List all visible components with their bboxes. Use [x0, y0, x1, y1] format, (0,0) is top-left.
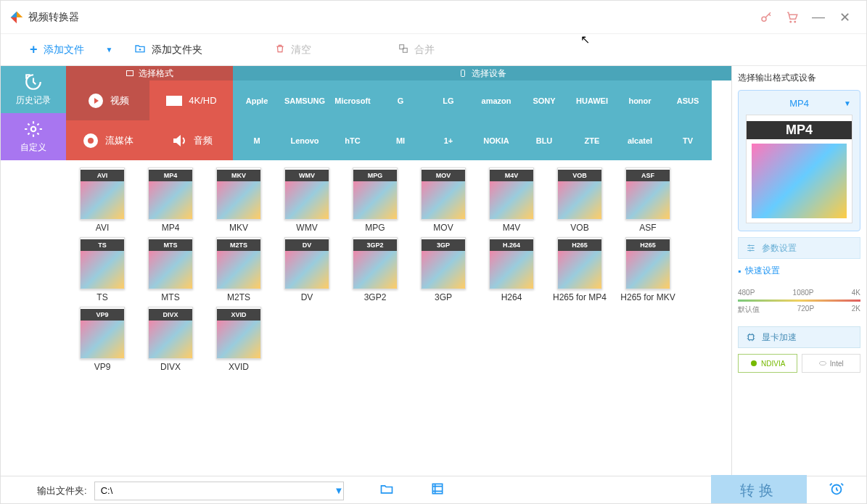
brand-blu[interactable]: BLU [520, 120, 568, 160]
brand-htc[interactable]: hTC [329, 120, 377, 160]
brand-amazon[interactable]: amazon [472, 80, 520, 120]
brand-nokia[interactable]: NOKIA [472, 120, 520, 160]
open-folder-button[interactable] [379, 482, 394, 500]
convert-button[interactable]: 转换 [711, 475, 807, 504]
format-vob[interactable]: VOBVOB [548, 168, 612, 233]
format-h265-for-mp4[interactable]: H265H265 for MP4 [548, 237, 612, 302]
format-name: H264 [501, 292, 522, 302]
res-2k: 2K [852, 305, 860, 315]
format-name: M2TS [227, 292, 250, 302]
format-name: DIVX [160, 362, 181, 372]
output-preview[interactable]: MP4 ▼ MP4 [738, 90, 860, 231]
format-mov[interactable]: MOVMOV [411, 168, 475, 233]
brand-mi[interactable]: MI [377, 120, 424, 160]
close-button[interactable]: ✕ [831, 4, 858, 30]
sidebar: 历史记录 自定义 [1, 66, 66, 476]
tab-format[interactable]: 选择格式 [66, 66, 233, 80]
format-m2ts[interactable]: M2TSM2TS [207, 237, 271, 302]
brand-sony[interactable]: SONY [520, 80, 568, 120]
svg-text:4k: 4k [170, 99, 176, 105]
add-file-button[interactable]: + 添加文件 [30, 42, 84, 57]
trash-icon [275, 44, 285, 56]
minimize-button[interactable]: — [805, 4, 831, 30]
format-divx[interactable]: DIVXDIVX [139, 307, 202, 372]
add-file-dropdown[interactable]: ▼ [106, 46, 113, 54]
merge-icon [398, 44, 408, 56]
cat-audio[interactable]: 音频 [149, 120, 233, 160]
brand-label: TV [683, 136, 693, 145]
format-name: MTS [161, 292, 179, 302]
resolution-scale[interactable]: 480P 1080P 4K 默认值 720P 2K [738, 283, 860, 321]
cat-video[interactable]: 视频 [66, 80, 149, 120]
intel-icon [818, 359, 827, 368]
format-dv[interactable]: DVDV [275, 237, 339, 302]
format-h265-for-mkv[interactable]: H265H265 for MKV [616, 237, 680, 302]
cart-button[interactable] [779, 4, 805, 30]
res-720p: 720P [797, 305, 814, 315]
format-vp9[interactable]: VP9VP9 [70, 307, 134, 372]
film-button[interactable] [430, 482, 445, 500]
brand-asus[interactable]: ASUS [664, 80, 712, 120]
format-mts[interactable]: MTSMTS [139, 237, 202, 302]
format-m4v[interactable]: M4VM4V [480, 168, 543, 233]
gpu-nvidia[interactable]: NDIVIA [738, 354, 797, 373]
brand-lenovo[interactable]: Lenovo [281, 120, 329, 160]
format-icon: MP4 [148, 168, 193, 220]
format-icon: ASF [625, 168, 670, 220]
brand-alcatel[interactable]: alcatel [616, 120, 664, 160]
brand-label: ASUS [677, 96, 699, 105]
gpu-intel[interactable]: Intel [802, 354, 861, 373]
format-3gp[interactable]: 3GP3GP [411, 237, 475, 302]
brand-m[interactable]: M [233, 120, 281, 160]
output-folder-label: 输出文件夹: [37, 484, 87, 497]
params-button[interactable]: 参数设置 [738, 237, 860, 259]
gpu-accel-button[interactable]: 显卡加速 [738, 326, 860, 348]
output-folder-dropdown[interactable]: ▼ [334, 485, 343, 496]
format-name: H265 for MKV [620, 292, 675, 302]
brand-honor[interactable]: honor [616, 80, 664, 120]
format-avi[interactable]: AVIAVI [70, 168, 134, 233]
brand-tv[interactable]: TV [664, 120, 712, 160]
sidebar-history[interactable]: 历史记录 [1, 66, 66, 113]
brand-1+[interactable]: 1+ [424, 120, 472, 160]
brand-zte[interactable]: ZTE [568, 120, 616, 160]
format-h264[interactable]: H.264H264 [480, 237, 543, 302]
format-xvid[interactable]: XVIDXVID [207, 307, 271, 372]
brand-samsung[interactable]: SAMSUNG [281, 80, 329, 120]
tab-device[interactable]: 选择设备 [233, 66, 731, 80]
format-grid: AVIAVIMP4MP4MKVMKVWMVWMVMPGMPGMOVMOVM4VM… [66, 160, 731, 476]
add-folder-button[interactable]: 添加文件夹 [134, 43, 202, 57]
brand-huawei[interactable]: HUAWEI [568, 80, 616, 120]
4k-icon: 4k [165, 92, 183, 110]
format-icon: MKV [216, 168, 261, 220]
brand-apple[interactable]: Apple [233, 80, 281, 120]
nvidia-icon [749, 359, 758, 368]
sidebar-history-label: 历史记录 [16, 94, 51, 107]
clear-button[interactable]: 清空 [275, 44, 311, 57]
format-3gp2[interactable]: 3GP23GP2 [343, 237, 407, 302]
format-wmv[interactable]: WMVWMV [275, 168, 339, 233]
format-mp4[interactable]: MP4MP4 [139, 168, 202, 233]
alarm-button[interactable] [829, 481, 845, 500]
brand-label: SONY [533, 96, 555, 105]
sidebar-custom[interactable]: 自定义 [1, 113, 66, 160]
format-ts[interactable]: TSTS [70, 237, 134, 302]
brand-lg[interactable]: LG [424, 80, 472, 120]
format-mpg[interactable]: MPGMPG [343, 168, 407, 233]
cat-4k[interactable]: 4k 4K/HD [149, 80, 233, 120]
svg-rect-6 [127, 71, 133, 76]
preview-dropdown-icon[interactable]: ▼ [844, 99, 851, 107]
history-icon [24, 73, 43, 91]
merge-button[interactable]: 合并 [398, 44, 435, 57]
cat-stream[interactable]: 流媒体 [66, 120, 149, 160]
quick-label: 快速设置 [745, 265, 780, 277]
format-asf[interactable]: ASFASF [616, 168, 680, 233]
preview-format-name: MP4 [789, 98, 809, 109]
brand-g[interactable]: G [377, 80, 424, 120]
format-icon: M4V [489, 168, 534, 220]
output-folder-input[interactable] [94, 482, 345, 500]
format-mkv[interactable]: MKVMKV [207, 168, 271, 233]
brand-microsoft[interactable]: Microsoft [329, 80, 377, 120]
svg-rect-7 [461, 70, 464, 77]
register-button[interactable] [753, 4, 779, 30]
